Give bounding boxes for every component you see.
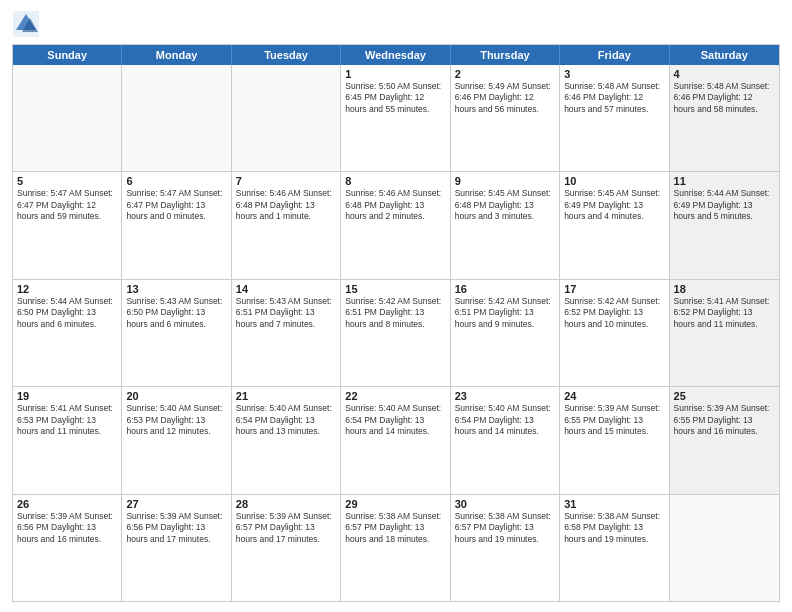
- calendar-row-3: 19Sunrise: 5:41 AM Sunset: 6:53 PM Dayli…: [13, 386, 779, 493]
- day-number: 22: [345, 390, 445, 402]
- cell-info: Sunrise: 5:42 AM Sunset: 6:51 PM Dayligh…: [455, 296, 555, 330]
- day-number: 23: [455, 390, 555, 402]
- day-number: 26: [17, 498, 117, 510]
- logo: [12, 10, 44, 38]
- day-header-monday: Monday: [122, 45, 231, 65]
- day-number: 8: [345, 175, 445, 187]
- cell-info: Sunrise: 5:40 AM Sunset: 6:54 PM Dayligh…: [345, 403, 445, 437]
- logo-icon: [12, 10, 40, 38]
- day-number: 6: [126, 175, 226, 187]
- cell-info: Sunrise: 5:38 AM Sunset: 6:57 PM Dayligh…: [455, 511, 555, 545]
- cell-info: Sunrise: 5:47 AM Sunset: 6:47 PM Dayligh…: [17, 188, 117, 222]
- day-number: 10: [564, 175, 664, 187]
- day-cell-13: 13Sunrise: 5:43 AM Sunset: 6:50 PM Dayli…: [122, 280, 231, 386]
- cell-info: Sunrise: 5:39 AM Sunset: 6:55 PM Dayligh…: [674, 403, 775, 437]
- cell-info: Sunrise: 5:45 AM Sunset: 6:49 PM Dayligh…: [564, 188, 664, 222]
- day-cell-14: 14Sunrise: 5:43 AM Sunset: 6:51 PM Dayli…: [232, 280, 341, 386]
- day-cell-3: 3Sunrise: 5:48 AM Sunset: 6:46 PM Daylig…: [560, 65, 669, 171]
- cell-info: Sunrise: 5:41 AM Sunset: 6:52 PM Dayligh…: [674, 296, 775, 330]
- cell-info: Sunrise: 5:43 AM Sunset: 6:51 PM Dayligh…: [236, 296, 336, 330]
- day-number: 14: [236, 283, 336, 295]
- day-number: 25: [674, 390, 775, 402]
- day-cell-24: 24Sunrise: 5:39 AM Sunset: 6:55 PM Dayli…: [560, 387, 669, 493]
- cell-info: Sunrise: 5:41 AM Sunset: 6:53 PM Dayligh…: [17, 403, 117, 437]
- calendar: SundayMondayTuesdayWednesdayThursdayFrid…: [12, 44, 780, 602]
- calendar-header: SundayMondayTuesdayWednesdayThursdayFrid…: [13, 45, 779, 65]
- day-number: 19: [17, 390, 117, 402]
- day-number: 17: [564, 283, 664, 295]
- day-cell-4: 4Sunrise: 5:48 AM Sunset: 6:46 PM Daylig…: [670, 65, 779, 171]
- calendar-row-0: 1Sunrise: 5:50 AM Sunset: 6:45 PM Daylig…: [13, 65, 779, 171]
- day-number: 18: [674, 283, 775, 295]
- cell-info: Sunrise: 5:48 AM Sunset: 6:46 PM Dayligh…: [564, 81, 664, 115]
- day-header-wednesday: Wednesday: [341, 45, 450, 65]
- cell-info: Sunrise: 5:46 AM Sunset: 6:48 PM Dayligh…: [345, 188, 445, 222]
- day-header-thursday: Thursday: [451, 45, 560, 65]
- day-cell-10: 10Sunrise: 5:45 AM Sunset: 6:49 PM Dayli…: [560, 172, 669, 278]
- day-number: 12: [17, 283, 117, 295]
- cell-info: Sunrise: 5:50 AM Sunset: 6:45 PM Dayligh…: [345, 81, 445, 115]
- day-cell-22: 22Sunrise: 5:40 AM Sunset: 6:54 PM Dayli…: [341, 387, 450, 493]
- cell-info: Sunrise: 5:40 AM Sunset: 6:54 PM Dayligh…: [455, 403, 555, 437]
- cell-info: Sunrise: 5:42 AM Sunset: 6:52 PM Dayligh…: [564, 296, 664, 330]
- day-cell-20: 20Sunrise: 5:40 AM Sunset: 6:53 PM Dayli…: [122, 387, 231, 493]
- cell-info: Sunrise: 5:40 AM Sunset: 6:54 PM Dayligh…: [236, 403, 336, 437]
- day-header-sunday: Sunday: [13, 45, 122, 65]
- day-cell-5: 5Sunrise: 5:47 AM Sunset: 6:47 PM Daylig…: [13, 172, 122, 278]
- day-number: 20: [126, 390, 226, 402]
- empty-cell-0-2: [232, 65, 341, 171]
- day-cell-2: 2Sunrise: 5:49 AM Sunset: 6:46 PM Daylig…: [451, 65, 560, 171]
- day-cell-23: 23Sunrise: 5:40 AM Sunset: 6:54 PM Dayli…: [451, 387, 560, 493]
- day-number: 27: [126, 498, 226, 510]
- cell-info: Sunrise: 5:39 AM Sunset: 6:55 PM Dayligh…: [564, 403, 664, 437]
- calendar-row-2: 12Sunrise: 5:44 AM Sunset: 6:50 PM Dayli…: [13, 279, 779, 386]
- day-number: 5: [17, 175, 117, 187]
- day-cell-6: 6Sunrise: 5:47 AM Sunset: 6:47 PM Daylig…: [122, 172, 231, 278]
- cell-info: Sunrise: 5:39 AM Sunset: 6:56 PM Dayligh…: [126, 511, 226, 545]
- page: SundayMondayTuesdayWednesdayThursdayFrid…: [0, 0, 792, 612]
- day-number: 28: [236, 498, 336, 510]
- cell-info: Sunrise: 5:39 AM Sunset: 6:57 PM Dayligh…: [236, 511, 336, 545]
- day-number: 7: [236, 175, 336, 187]
- day-cell-31: 31Sunrise: 5:38 AM Sunset: 6:58 PM Dayli…: [560, 495, 669, 601]
- day-header-tuesday: Tuesday: [232, 45, 341, 65]
- empty-cell-4-6: [670, 495, 779, 601]
- calendar-row-1: 5Sunrise: 5:47 AM Sunset: 6:47 PM Daylig…: [13, 171, 779, 278]
- empty-cell-0-0: [13, 65, 122, 171]
- day-cell-30: 30Sunrise: 5:38 AM Sunset: 6:57 PM Dayli…: [451, 495, 560, 601]
- day-cell-26: 26Sunrise: 5:39 AM Sunset: 6:56 PM Dayli…: [13, 495, 122, 601]
- day-cell-1: 1Sunrise: 5:50 AM Sunset: 6:45 PM Daylig…: [341, 65, 450, 171]
- day-number: 13: [126, 283, 226, 295]
- day-number: 4: [674, 68, 775, 80]
- header: [12, 10, 780, 38]
- cell-info: Sunrise: 5:45 AM Sunset: 6:48 PM Dayligh…: [455, 188, 555, 222]
- cell-info: Sunrise: 5:38 AM Sunset: 6:58 PM Dayligh…: [564, 511, 664, 545]
- day-number: 9: [455, 175, 555, 187]
- day-number: 30: [455, 498, 555, 510]
- day-number: 1: [345, 68, 445, 80]
- cell-info: Sunrise: 5:38 AM Sunset: 6:57 PM Dayligh…: [345, 511, 445, 545]
- cell-info: Sunrise: 5:42 AM Sunset: 6:51 PM Dayligh…: [345, 296, 445, 330]
- day-number: 2: [455, 68, 555, 80]
- day-cell-17: 17Sunrise: 5:42 AM Sunset: 6:52 PM Dayli…: [560, 280, 669, 386]
- day-number: 11: [674, 175, 775, 187]
- day-number: 31: [564, 498, 664, 510]
- cell-info: Sunrise: 5:46 AM Sunset: 6:48 PM Dayligh…: [236, 188, 336, 222]
- day-number: 24: [564, 390, 664, 402]
- cell-info: Sunrise: 5:48 AM Sunset: 6:46 PM Dayligh…: [674, 81, 775, 115]
- day-cell-9: 9Sunrise: 5:45 AM Sunset: 6:48 PM Daylig…: [451, 172, 560, 278]
- cell-info: Sunrise: 5:43 AM Sunset: 6:50 PM Dayligh…: [126, 296, 226, 330]
- day-cell-15: 15Sunrise: 5:42 AM Sunset: 6:51 PM Dayli…: [341, 280, 450, 386]
- day-cell-18: 18Sunrise: 5:41 AM Sunset: 6:52 PM Dayli…: [670, 280, 779, 386]
- day-cell-16: 16Sunrise: 5:42 AM Sunset: 6:51 PM Dayli…: [451, 280, 560, 386]
- cell-info: Sunrise: 5:40 AM Sunset: 6:53 PM Dayligh…: [126, 403, 226, 437]
- calendar-row-4: 26Sunrise: 5:39 AM Sunset: 6:56 PM Dayli…: [13, 494, 779, 601]
- day-number: 29: [345, 498, 445, 510]
- empty-cell-0-1: [122, 65, 231, 171]
- cell-info: Sunrise: 5:47 AM Sunset: 6:47 PM Dayligh…: [126, 188, 226, 222]
- day-cell-12: 12Sunrise: 5:44 AM Sunset: 6:50 PM Dayli…: [13, 280, 122, 386]
- cell-info: Sunrise: 5:44 AM Sunset: 6:50 PM Dayligh…: [17, 296, 117, 330]
- day-header-friday: Friday: [560, 45, 669, 65]
- day-cell-25: 25Sunrise: 5:39 AM Sunset: 6:55 PM Dayli…: [670, 387, 779, 493]
- day-cell-27: 27Sunrise: 5:39 AM Sunset: 6:56 PM Dayli…: [122, 495, 231, 601]
